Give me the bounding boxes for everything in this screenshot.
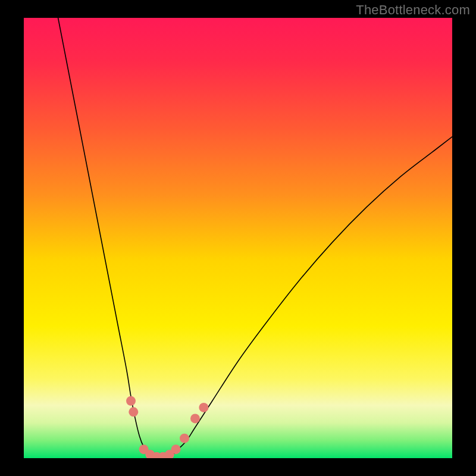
plot-area (24, 18, 452, 458)
gradient-background (24, 18, 452, 458)
chart-frame: TheBottleneck.com (0, 0, 476, 476)
data-point-1 (129, 407, 138, 416)
data-point-8 (180, 434, 189, 443)
watermark-text: TheBottleneck.com (356, 2, 470, 18)
data-point-7 (171, 444, 181, 454)
data-point-0 (126, 396, 136, 406)
chart-svg (24, 18, 452, 458)
data-point-10 (199, 403, 208, 412)
data-point-9 (190, 414, 200, 423)
